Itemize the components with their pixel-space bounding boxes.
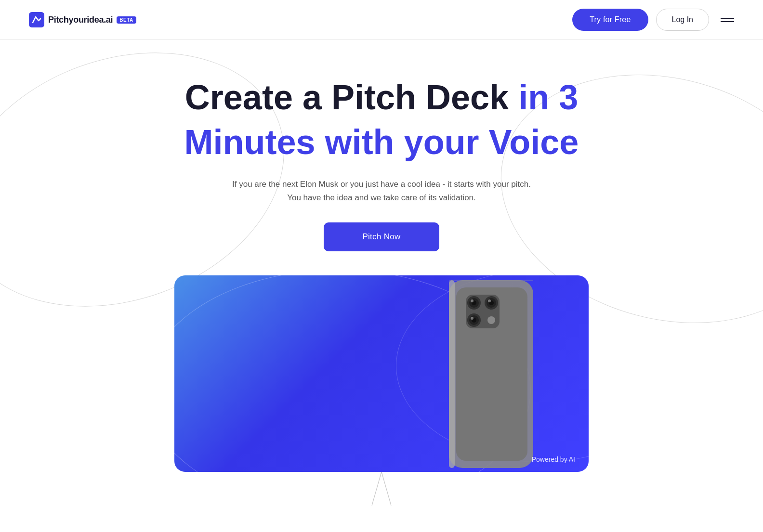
nav-right: Try for Free Log In [572, 9, 734, 31]
phone-mockup-container [434, 275, 550, 472]
svg-line-19 [372, 472, 382, 506]
preview-card: Powered by AI [174, 275, 589, 472]
login-button[interactable]: Log In [656, 9, 709, 31]
svg-line-20 [382, 472, 391, 506]
hamburger-line-1 [721, 18, 734, 19]
beta-badge: BETA [117, 16, 136, 24]
svg-point-14 [487, 316, 495, 324]
hero-subtitle-line1: If you are the next Elon Musk or you jus… [232, 180, 531, 189]
hero-subtitle: If you are the next Elon Musk or you jus… [29, 178, 734, 206]
hamburger-line-2 [721, 21, 734, 22]
navbar: Pitchyouridea.ai BETA Try for Free Log I… [0, 0, 763, 40]
hero-title-line1: Create a Pitch Deck in 3 [29, 78, 734, 117]
hero-title-text: Create a Pitch Deck [185, 78, 518, 117]
hero-section: Create a Pitch Deck in 3 Minutes with yo… [0, 40, 763, 506]
svg-rect-0 [29, 12, 44, 27]
logo-icon [29, 12, 44, 27]
hero-title-accent: in 3 [518, 78, 578, 117]
svg-point-17 [471, 317, 474, 320]
powered-by-label: Powered by AI [532, 455, 575, 463]
hero-title-line2: Minutes with your Voice [29, 121, 734, 163]
bottom-connector-svg [353, 472, 410, 506]
logo-area: Pitchyouridea.ai BETA [29, 12, 136, 27]
phone-mockup-svg [434, 275, 550, 472]
hero-subtitle-line2: You have the idea and we take care of it… [287, 193, 476, 202]
svg-point-16 [488, 299, 491, 302]
try-for-free-button[interactable]: Try for Free [572, 9, 648, 31]
pitch-now-button[interactable]: Pitch Now [324, 222, 439, 251]
svg-point-15 [471, 299, 474, 302]
hamburger-menu[interactable] [721, 18, 734, 22]
logo-text: Pitchyouridea.ai [48, 15, 113, 25]
bottom-connector [29, 472, 734, 506]
svg-rect-2 [449, 280, 455, 468]
